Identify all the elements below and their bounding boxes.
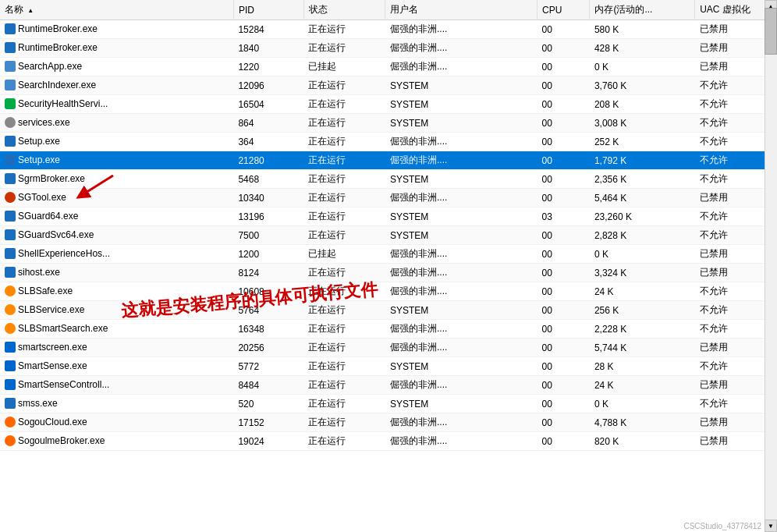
cell-status: 正在运行 [303, 395, 385, 413]
table-row[interactable]: Setup.exe 364 正在运行 倔强的非洲.... 00 252 K 不允… [0, 133, 777, 151]
cell-user: 倔强的非洲.... [385, 432, 538, 451]
cell-user: SYSTEM [385, 170, 538, 189]
cell-status: 已挂起 [303, 245, 385, 264]
cell-mem: 4,788 K [590, 413, 695, 432]
cell-pid: 364 [233, 133, 303, 151]
process-icon [5, 61, 16, 72]
table-row[interactable]: SLBSafe.exe 10608 正在运行 倔强的非洲.... 00 24 K… [0, 282, 777, 301]
cell-pid: 10608 [233, 282, 303, 301]
table-row[interactable]: SmartSense.exe 5772 正在运行 SYSTEM 00 28 K … [0, 357, 777, 376]
table-row[interactable]: Setup.exe 21280 正在运行 倔强的非洲.... 00 1,792 … [0, 151, 777, 170]
table-row[interactable]: RuntimeBroker.exe 1840 正在运行 倔强的非洲.... 00… [0, 39, 777, 58]
cell-mem: 3,008 K [590, 114, 695, 133]
table-row[interactable]: SogoulmeBroker.exe 19024 正在运行 倔强的非洲.... … [0, 432, 777, 451]
cell-status: 正在运行 [303, 226, 385, 245]
cell-name: SogouCloud.exe [0, 413, 233, 432]
process-icon [5, 98, 16, 109]
process-icon [5, 192, 16, 203]
table-row[interactable]: SgrmBroker.exe 5468 正在运行 SYSTEM 00 2,356… [0, 170, 777, 189]
col-header-status[interactable]: 状态 [303, 0, 385, 20]
process-icon [5, 267, 16, 278]
table-row[interactable]: smss.exe 520 正在运行 SYSTEM 00 0 K 不允许 [0, 395, 777, 413]
table-row[interactable]: ShellExperienceHos... 1200 已挂起 倔强的非洲....… [0, 245, 777, 264]
table-row[interactable]: SmartSenseControll... 8484 正在运行 倔强的非洲...… [0, 376, 777, 395]
cell-name: SearchIndexer.exe [0, 76, 233, 95]
cell-user: 倔强的非洲.... [385, 320, 538, 339]
cell-user: 倔强的非洲.... [385, 376, 538, 395]
cell-name: sihost.exe [0, 264, 233, 282]
cell-name: SLBSmartSearch.exe [0, 320, 233, 339]
cell-status: 正在运行 [303, 114, 385, 133]
process-icon [5, 360, 16, 371]
cell-status: 正在运行 [303, 301, 385, 320]
table-row[interactable]: sihost.exe 8124 正在运行 倔强的非洲.... 00 3,324 … [0, 264, 777, 282]
table-row[interactable]: SLBService.exe 5764 正在运行 SYSTEM 00 256 K… [0, 301, 777, 320]
cell-mem: 0 K [590, 395, 695, 413]
scrollbar-down-button[interactable]: ▼ [765, 520, 777, 532]
cell-mem: 580 K [590, 20, 695, 39]
cell-name: SgrmBroker.exe [0, 170, 233, 189]
cell-user: SYSTEM [385, 207, 538, 226]
cell-name: SmartSense.exe [0, 357, 233, 376]
process-icon [5, 229, 16, 240]
table-row[interactable]: SecurityHealthServi... 16504 正在运行 SYSTEM… [0, 95, 777, 114]
cell-name: SGuardSvc64.exe [0, 226, 233, 245]
cell-mem: 0 K [590, 245, 695, 264]
cell-name: ShellExperienceHos... [0, 245, 233, 264]
scrollbar-thumb[interactable] [765, 8, 777, 55]
table-row[interactable]: SGuardSvc64.exe 7500 正在运行 SYSTEM 00 2,82… [0, 226, 777, 245]
table-body: RuntimeBroker.exe 15284 正在运行 倔强的非洲.... 0… [0, 20, 777, 451]
col-header-pid[interactable]: PID [233, 0, 303, 20]
cell-user: SYSTEM [385, 357, 538, 376]
cell-mem: 2,356 K [590, 170, 695, 189]
scrollbar[interactable]: ▲ ▼ [765, 0, 777, 532]
cell-mem: 208 K [590, 95, 695, 114]
table-row[interactable]: SearchApp.exe 1220 已挂起 倔强的非洲.... 00 0 K … [0, 58, 777, 76]
cell-user: SYSTEM [385, 76, 538, 95]
cell-status: 已挂起 [303, 58, 385, 76]
cell-cpu: 00 [538, 376, 590, 395]
cell-cpu: 00 [538, 413, 590, 432]
table-row[interactable]: RuntimeBroker.exe 15284 正在运行 倔强的非洲.... 0… [0, 20, 777, 39]
process-icon [5, 23, 16, 34]
cell-status: 正在运行 [303, 133, 385, 151]
cell-mem: 0 K [590, 58, 695, 76]
table-row[interactable]: SearchIndexer.exe 12096 正在运行 SYSTEM 00 3… [0, 76, 777, 95]
col-header-mem[interactable]: 内存(活动的... [590, 0, 695, 20]
table-header-row: 名称 ▲ PID 状态 用户名 CPU 内存(活动的... UAC 虚拟化 [0, 0, 777, 20]
col-header-cpu[interactable]: CPU [538, 0, 590, 20]
cell-cpu: 00 [538, 151, 590, 170]
table-row[interactable]: smartscreen.exe 20256 正在运行 倔强的非洲.... 00 … [0, 339, 777, 357]
cell-pid: 10340 [233, 189, 303, 207]
table-row[interactable]: SGuard64.exe 13196 正在运行 SYSTEM 03 23,260… [0, 207, 777, 226]
cell-cpu: 00 [538, 58, 590, 76]
process-icon [5, 173, 16, 184]
cell-cpu: 00 [538, 170, 590, 189]
cell-status: 正在运行 [303, 376, 385, 395]
table-row[interactable]: SGTool.exe 10340 正在运行 倔强的非洲.... 00 5,464… [0, 189, 777, 207]
cell-pid: 21280 [233, 151, 303, 170]
process-icon [5, 398, 16, 409]
cell-cpu: 00 [538, 245, 590, 264]
col-header-user[interactable]: 用户名 [385, 0, 538, 20]
cell-name: smss.exe [0, 395, 233, 413]
cell-user: 倔强的非洲.... [385, 58, 538, 76]
process-icon [5, 117, 16, 128]
cell-pid: 5764 [233, 301, 303, 320]
cell-pid: 20256 [233, 339, 303, 357]
process-icon [5, 154, 16, 165]
cell-pid: 15284 [233, 20, 303, 39]
cell-pid: 1220 [233, 58, 303, 76]
cell-status: 正在运行 [303, 339, 385, 357]
cell-name: RuntimeBroker.exe [0, 39, 233, 58]
cell-mem: 820 K [590, 432, 695, 451]
table-row[interactable]: SLBSmartSearch.exe 16348 正在运行 倔强的非洲.... … [0, 320, 777, 339]
col-header-name[interactable]: 名称 ▲ [0, 0, 233, 20]
cell-cpu: 03 [538, 207, 590, 226]
cell-user: 倔强的非洲.... [385, 264, 538, 282]
cell-name: RuntimeBroker.exe [0, 20, 233, 39]
cell-mem: 3,760 K [590, 76, 695, 95]
cell-name: SLBSafe.exe [0, 282, 233, 301]
table-row[interactable]: services.exe 864 正在运行 SYSTEM 00 3,008 K … [0, 114, 777, 133]
table-row[interactable]: SogouCloud.exe 17152 正在运行 倔强的非洲.... 00 4… [0, 413, 777, 432]
